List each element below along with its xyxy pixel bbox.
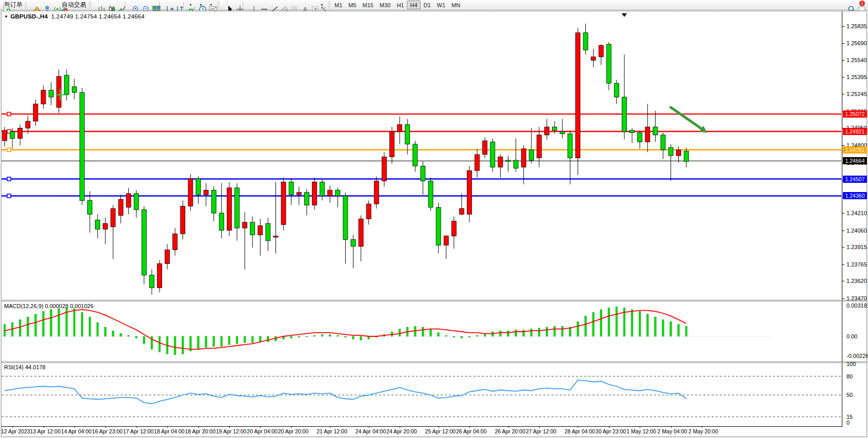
candle-down xyxy=(653,127,658,135)
auto-scroll-button[interactable] xyxy=(161,1,171,10)
line-handle[interactable] xyxy=(7,194,11,198)
timeframe-button-h1[interactable]: H1 xyxy=(393,1,407,9)
new-order-button[interactable]: 新订单 xyxy=(1,1,24,10)
candle-up xyxy=(273,236,278,237)
timeframe-button-m30[interactable]: M30 xyxy=(377,1,393,9)
candle-down xyxy=(553,127,557,130)
price-tick-label: 1.23765 xyxy=(846,261,867,268)
price-tick-label: 1.24060 xyxy=(846,227,867,234)
timeframe-button-w1[interactable]: W1 xyxy=(434,1,449,9)
metaeditor-button[interactable] xyxy=(28,1,38,10)
price-tick xyxy=(842,43,844,44)
candle-down xyxy=(343,196,348,239)
notification-badge: 1 xyxy=(859,1,865,6)
panel-splitter[interactable] xyxy=(1,300,867,300)
time-tick xyxy=(640,426,640,428)
macd-histogram-bar xyxy=(515,330,517,336)
notifications-button[interactable]: 1 xyxy=(853,1,863,10)
candle-up xyxy=(451,221,456,236)
bar-chart-button[interactable] xyxy=(92,1,103,10)
line-handle[interactable] xyxy=(7,112,11,116)
candle-up xyxy=(576,33,580,158)
macd-histogram-bar xyxy=(561,326,563,336)
time-label: 26 Apr 04:00 xyxy=(456,428,487,434)
macd-histogram-bar xyxy=(678,325,680,336)
timeframe-button-d1[interactable]: D1 xyxy=(421,1,434,9)
line-handle[interactable] xyxy=(7,148,11,151)
timeframe-button-h4[interactable]: H4 xyxy=(407,1,420,9)
time-label: 24 Apr 20:00 xyxy=(386,428,417,434)
templates-button[interactable]: ▼ xyxy=(206,1,216,10)
line-handle[interactable] xyxy=(7,177,11,181)
time-tick xyxy=(369,426,369,428)
candle-down xyxy=(149,275,154,288)
toolbar-grip[interactable] xyxy=(89,2,91,9)
time-tick xyxy=(609,426,609,428)
timeframe-button-m15[interactable]: M15 xyxy=(360,1,377,9)
timeframe-button-mn[interactable]: MN xyxy=(448,1,463,9)
symbol-info[interactable]: ▼GBPUSD-,H4 1.24749 1.24754 1.24654 1.24… xyxy=(4,13,145,20)
macd-histogram-bar xyxy=(685,326,687,336)
timeframe-button-m1[interactable]: M1 xyxy=(331,1,345,9)
price-tick xyxy=(842,94,844,94)
time-label: 18 Apr 20:00 xyxy=(185,428,216,434)
periods-button[interactable]: ▼ xyxy=(195,1,206,10)
trend-arrow[interactable] xyxy=(671,107,704,130)
candle-down xyxy=(638,132,642,142)
macd-histogram-bar xyxy=(639,311,641,336)
candle-up xyxy=(366,204,371,219)
autotrading-button[interactable]: 自动交易 xyxy=(58,1,88,10)
time-label: 24 Apr 04:00 xyxy=(356,428,386,434)
cursor-tool-button[interactable] xyxy=(221,1,231,10)
indicators-button[interactable]: ▼ xyxy=(185,1,195,10)
candle-up xyxy=(498,157,503,167)
macd-histogram-bar xyxy=(476,335,478,336)
macd-panel[interactable] xyxy=(2,301,842,361)
time-tick xyxy=(671,426,672,428)
price-tick-label: 1.24210 xyxy=(846,210,867,216)
candle-up xyxy=(103,223,108,229)
price-line-label: 1.24360 xyxy=(843,192,867,199)
macd-histogram-bar xyxy=(205,336,207,348)
timeframe-button-m5[interactable]: M5 xyxy=(345,1,359,9)
timeframe-toolbar: M1M5M15M30H1H4D1W1MN xyxy=(331,1,463,9)
toolbar-grip[interactable] xyxy=(217,2,220,9)
time-axis-line xyxy=(1,426,842,427)
chevron-down-icon: ▼ xyxy=(4,14,8,19)
candle-up xyxy=(444,236,448,245)
time-label: 2 May 20:00 xyxy=(688,428,718,434)
toolbar-grip[interactable] xyxy=(328,2,330,9)
candle-down xyxy=(219,213,224,231)
candle-up xyxy=(676,150,681,156)
price-chart-panel[interactable] xyxy=(2,11,842,299)
candle-up xyxy=(599,45,603,56)
candle-up xyxy=(382,157,386,181)
vertical-line-tool-button[interactable] xyxy=(245,1,255,10)
candle-up xyxy=(33,104,38,121)
price-tick-label: 1.23470 xyxy=(846,295,867,301)
macd-histogram-bar xyxy=(530,329,532,336)
macd-histogram-bar xyxy=(631,310,633,336)
zoom-in-button[interactable] xyxy=(127,1,137,10)
candle-up xyxy=(165,250,170,264)
time-tick xyxy=(330,426,330,428)
rsi-panel xyxy=(2,363,842,426)
candle-up xyxy=(181,206,185,234)
macd-histogram-bar xyxy=(360,336,362,340)
search-button[interactable] xyxy=(842,1,853,10)
macd-histogram-bar xyxy=(228,336,230,345)
macd-histogram-bar xyxy=(461,336,463,338)
time-tick xyxy=(74,426,75,428)
macd-histogram-bar xyxy=(554,326,556,336)
macd-histogram-bar xyxy=(221,336,223,347)
candle-down xyxy=(196,179,201,195)
price-tick xyxy=(842,231,844,231)
time-label: 28 Apr 04:00 xyxy=(564,428,595,434)
candle-up xyxy=(188,179,193,206)
panel-splitter[interactable] xyxy=(1,361,867,362)
candle-down xyxy=(668,147,673,156)
chart-shift-marker[interactable] xyxy=(622,13,627,17)
candle-down xyxy=(49,90,53,97)
price-line-label: 1.24507 xyxy=(843,176,867,183)
candle-down xyxy=(266,223,270,241)
